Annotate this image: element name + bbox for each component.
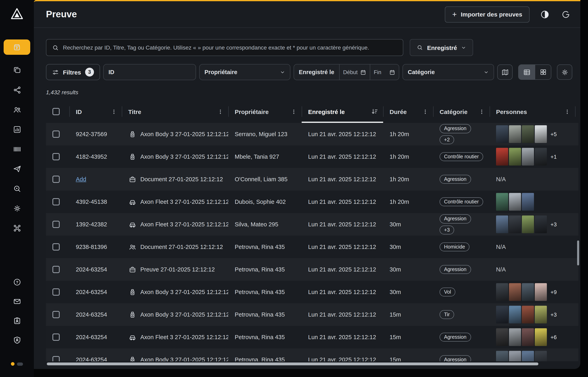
person-thumbnail[interactable] bbox=[535, 283, 547, 301]
row-checkbox[interactable] bbox=[52, 333, 60, 341]
row-checkbox[interactable] bbox=[52, 311, 60, 318]
column-header-clipped[interactable]: N bbox=[575, 100, 578, 123]
table-row[interactable]: 2024-63254Axon Body 3 27-01-2025 12:12:1… bbox=[46, 348, 578, 361]
person-thumbnail[interactable] bbox=[522, 328, 534, 346]
person-thumbnail[interactable] bbox=[496, 328, 508, 346]
row-checkbox[interactable] bbox=[52, 198, 60, 205]
person-thumbnail[interactable] bbox=[509, 193, 521, 211]
column-header-category[interactable]: Catégorie bbox=[433, 100, 490, 123]
person-thumbnail[interactable] bbox=[509, 283, 521, 301]
person-thumbnail[interactable] bbox=[509, 215, 521, 233]
table-row[interactable]: 9242-37569Axon Body 3 27-01-2025 12:12:1… bbox=[46, 123, 578, 145]
sidebar-item-people[interactable] bbox=[13, 105, 21, 114]
person-thumbnail[interactable] bbox=[522, 351, 534, 361]
row-checkbox[interactable] bbox=[52, 243, 60, 250]
table-row[interactable]: 2024-63254Axon Fleet 3 27-01-2025 12:12:… bbox=[46, 326, 578, 348]
person-thumbnail[interactable] bbox=[509, 328, 521, 346]
id-filter-input[interactable] bbox=[119, 69, 196, 75]
category-filter-select[interactable]: Catégorie bbox=[402, 64, 494, 80]
sidebar-item-messages[interactable] bbox=[13, 297, 21, 306]
person-thumbnail[interactable] bbox=[496, 148, 508, 165]
theme-contrast-toggle[interactable] bbox=[539, 9, 550, 20]
table-view-button[interactable] bbox=[519, 65, 535, 79]
import-evidence-button[interactable]: + Importer des preuves bbox=[445, 6, 529, 22]
column-header-recorded[interactable]: Enregistré le bbox=[302, 100, 383, 123]
person-thumbnail[interactable] bbox=[509, 148, 521, 165]
table-row[interactable]: 4392-45138Axon Fleet 3 27-01-2025 12:12:… bbox=[46, 190, 578, 213]
table-row[interactable]: 4182-43952Axon Body 3 27-01-2025 12:12:1… bbox=[46, 145, 578, 168]
sidebar-item-scan[interactable] bbox=[13, 145, 21, 153]
sidebar-item-command[interactable] bbox=[13, 224, 21, 232]
row-checkbox[interactable] bbox=[52, 130, 60, 138]
saved-searches-button[interactable]: Enregistré bbox=[410, 39, 473, 56]
sidebar-item-contacts[interactable] bbox=[13, 316, 21, 325]
person-thumbnail[interactable] bbox=[522, 215, 534, 233]
person-thumbnail[interactable] bbox=[496, 215, 508, 233]
person-thumbnail[interactable] bbox=[522, 283, 534, 301]
row-checkbox[interactable] bbox=[52, 176, 60, 183]
filters-button[interactable]: Filtres 3 bbox=[46, 64, 100, 80]
row-checkbox[interactable] bbox=[52, 288, 60, 296]
person-thumbnail[interactable] bbox=[535, 306, 547, 323]
row-checkbox[interactable] bbox=[52, 356, 60, 361]
search-input[interactable] bbox=[63, 44, 397, 51]
map-view-button[interactable] bbox=[497, 64, 513, 80]
sidebar-item-evidence-active[interactable] bbox=[4, 39, 30, 55]
person-thumbnail[interactable] bbox=[535, 215, 547, 233]
column-header-duration[interactable]: Durée bbox=[383, 100, 433, 123]
date-end-input[interactable]: Fin bbox=[370, 64, 399, 80]
sidebar-item-help[interactable]: ? bbox=[13, 278, 21, 286]
column-header-id[interactable]: ID bbox=[69, 100, 122, 123]
column-menu-icon[interactable] bbox=[217, 108, 224, 115]
person-thumbnail[interactable] bbox=[522, 125, 534, 143]
table-settings-button[interactable] bbox=[557, 64, 572, 80]
sort-descending-icon[interactable] bbox=[371, 108, 378, 115]
table-row[interactable]: 2024-63254Preuve 27-01-2025 12:12:12Petr… bbox=[46, 258, 578, 281]
person-thumbnail[interactable] bbox=[522, 306, 534, 323]
sidebar-item-cases[interactable] bbox=[13, 66, 21, 74]
table-row[interactable]: 1392-42382Axon Fleet 3 27-01-2025 12:12:… bbox=[46, 213, 578, 236]
column-menu-icon[interactable] bbox=[564, 108, 570, 115]
column-header-people[interactable]: Personnes bbox=[490, 100, 575, 123]
sidebar-item-search-tools[interactable] bbox=[13, 184, 21, 193]
table-row[interactable]: AddDocument 27-01-2025 12:12:12O'Connell… bbox=[46, 168, 578, 190]
column-menu-icon[interactable] bbox=[291, 108, 297, 115]
add-id-link[interactable]: Add bbox=[76, 176, 86, 182]
table-row[interactable]: 2024-63254Axon Body 3 27-01-2025 12:12:1… bbox=[46, 281, 578, 303]
row-checkbox[interactable] bbox=[52, 153, 60, 160]
sidebar-page-dots[interactable] bbox=[11, 362, 23, 366]
person-thumbnail[interactable] bbox=[496, 193, 508, 211]
person-thumbnail[interactable] bbox=[522, 193, 534, 211]
sidebar-item-integrations[interactable] bbox=[13, 204, 21, 213]
person-thumbnail[interactable] bbox=[496, 306, 508, 323]
select-all-checkbox[interactable] bbox=[52, 108, 60, 115]
column-header-title[interactable]: Titre bbox=[122, 100, 228, 123]
row-checkbox[interactable] bbox=[52, 221, 60, 228]
person-thumbnail[interactable] bbox=[535, 328, 547, 346]
sidebar-item-security[interactable] bbox=[13, 336, 21, 344]
table-row[interactable]: 9238-81396Document 27-01-2025 12:12:12Pe… bbox=[46, 236, 578, 258]
person-thumbnail[interactable] bbox=[496, 351, 508, 361]
person-thumbnail[interactable] bbox=[509, 125, 521, 143]
person-thumbnail[interactable] bbox=[496, 125, 508, 143]
row-checkbox[interactable] bbox=[52, 266, 60, 273]
date-start-input[interactable]: Début bbox=[339, 64, 370, 80]
person-thumbnail[interactable] bbox=[522, 148, 534, 165]
column-menu-icon[interactable] bbox=[111, 108, 117, 115]
vertical-scrollbar[interactable] bbox=[577, 240, 579, 265]
card-view-button[interactable] bbox=[535, 65, 551, 79]
person-thumbnail[interactable] bbox=[496, 283, 508, 301]
person-thumbnail[interactable] bbox=[535, 125, 547, 143]
column-header-owner[interactable]: Propriétaire bbox=[228, 100, 302, 123]
column-menu-icon[interactable] bbox=[479, 108, 485, 115]
person-thumbnail[interactable] bbox=[509, 351, 521, 361]
sidebar-item-dispatch[interactable] bbox=[13, 164, 21, 173]
person-thumbnail[interactable] bbox=[509, 306, 521, 323]
sidebar-item-analytics[interactable] bbox=[13, 125, 21, 134]
sidebar-item-workflows[interactable] bbox=[13, 85, 21, 94]
table-row[interactable]: 2024-63254Axon Body 3 27-01-2025 12:12:1… bbox=[46, 303, 578, 326]
horizontal-scrollbar[interactable] bbox=[47, 363, 538, 365]
person-thumbnail[interactable] bbox=[535, 351, 547, 361]
account-logo-button[interactable] bbox=[560, 9, 572, 20]
column-menu-icon[interactable] bbox=[422, 108, 428, 115]
